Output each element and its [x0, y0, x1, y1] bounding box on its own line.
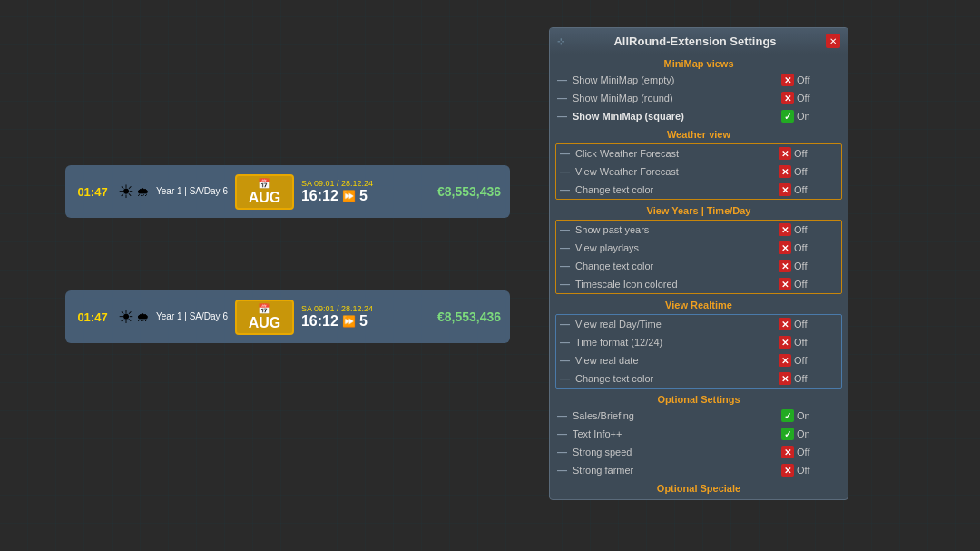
- toggle-view-weather[interactable]: ✕ Off: [779, 165, 838, 178]
- section-realtime-header: View Realtime: [550, 296, 848, 312]
- settings-panel: ⊹ AllRound-Extension Settings ✕ MiniMap …: [549, 27, 848, 500]
- panel-time-top: 01:47: [74, 185, 111, 199]
- sun-icon-bottom: ☀: [118, 306, 134, 328]
- toggle-realtime-text-color[interactable]: ✕ Off: [779, 372, 838, 385]
- realtime-section-box: — View real Day/Time ✕ Off — Time format…: [555, 314, 842, 389]
- toggle-icon-real-date: ✕: [779, 354, 791, 367]
- toggle-icon-text-info: ✓: [781, 428, 794, 440]
- toggle-view-real-daytime[interactable]: ✕ Off: [779, 318, 838, 330]
- panel-time-bottom: 01:47: [74, 310, 111, 324]
- row-view-weather[interactable]: — View Weather Forecast ✕ Off: [556, 162, 841, 181]
- move-icon: ⊹: [557, 36, 564, 46]
- row-years-text-color[interactable]: — Change text color ✕ Off: [556, 257, 841, 275]
- row-view-real-daytime[interactable]: — View real Day/Time ✕ Off: [556, 315, 841, 333]
- toggle-icon-strong-speed: ✕: [781, 446, 794, 458]
- toggle-icon-minimap-empty: ✕: [781, 74, 794, 86]
- toggle-click-weather[interactable]: ✕ Off: [779, 147, 838, 160]
- toggle-weather-text-color[interactable]: ✕ Off: [779, 183, 838, 196]
- section-speciale-header: Optional Speciale: [550, 479, 848, 499]
- game-panel-top: 01:47 ☀ 🌧 Year 1 | SA/Day 6 📅 AUG SA 09:…: [65, 165, 510, 218]
- toggle-text-info[interactable]: ✓ On: [781, 428, 840, 440]
- row-show-past-years[interactable]: — Show past years ✕ Off: [556, 221, 841, 239]
- row-minimap-round[interactable]: — Show MiniMap (round) ✕ Off: [550, 89, 848, 107]
- game-panel-bottom: 01:47 ☀ 🌧 Year 1 | SA/Day 6 📅 AUG SA 09:…: [65, 290, 510, 343]
- clock-block-top: SA 09:01 / 28.12.24 16:12 ⏩ 5: [301, 179, 378, 204]
- toggle-minimap-empty[interactable]: ✕ Off: [781, 74, 840, 86]
- cloud-icon-top: 🌧: [136, 184, 149, 199]
- row-click-weather[interactable]: — Click Weather Forecast ✕ Off: [556, 144, 841, 162]
- toggle-icon-real-daytime: ✕: [779, 318, 791, 330]
- money-top: €8,553,436: [437, 184, 501, 199]
- row-view-real-date[interactable]: — View real date ✕ Off: [556, 351, 841, 369]
- toggle-icon-timescale: ✕: [779, 278, 791, 290]
- section-years-header: View Years | Time/Day: [550, 202, 848, 218]
- settings-title: AllRound-Extension Settings: [564, 34, 826, 48]
- row-strong-speed[interactable]: — Strong speed ✕ Off: [550, 443, 848, 461]
- row-time-format[interactable]: — Time format (12/24) ✕ Off: [556, 333, 841, 351]
- toggle-minimap-square[interactable]: ✓ On: [781, 110, 840, 123]
- row-timescale-icon[interactable]: — Timescale Icon colored ✕ Off: [556, 275, 841, 293]
- toggle-show-past-years[interactable]: ✕ Off: [779, 223, 838, 236]
- cloud-icon-bottom: 🌧: [136, 310, 149, 324]
- row-minimap-empty[interactable]: — Show MiniMap (empty) ✕ Off: [550, 71, 848, 89]
- row-realtime-text-color[interactable]: — Change text color ✕ Off: [556, 369, 841, 388]
- row-text-info[interactable]: — Text Info++ ✓ On: [550, 425, 848, 443]
- section-optional-header: Optional Settings: [550, 390, 848, 407]
- toggle-icon-minimap-square: ✓: [781, 110, 794, 123]
- row-minimap-square[interactable]: — Show MiniMap (square) ✓ On: [550, 107, 848, 125]
- year-day-bottom: Year 1 | SA/Day 6: [156, 310, 228, 323]
- sun-icon-top: ☀: [118, 181, 134, 202]
- row-sales-briefing[interactable]: — Sales/Briefing ✓ On: [550, 407, 848, 425]
- speed-icon-bottom: ⏩: [342, 315, 356, 328]
- calendar-top: 📅 AUG: [235, 174, 294, 210]
- row-weather-text-color[interactable]: — Change text color ✕ Off: [556, 181, 841, 199]
- close-button[interactable]: ✕: [826, 34, 840, 48]
- toggle-minimap-round[interactable]: ✕ Off: [781, 92, 840, 104]
- toggle-view-real-date[interactable]: ✕ Off: [779, 354, 838, 367]
- toggle-timescale-icon[interactable]: ✕ Off: [779, 278, 838, 290]
- weather-section-box: — Click Weather Forecast ✕ Off — View We…: [555, 143, 842, 200]
- toggle-strong-speed[interactable]: ✕ Off: [781, 446, 840, 458]
- toggle-icon-view-playdays: ✕: [779, 241, 791, 254]
- toggle-icon-past-years: ✕: [779, 223, 791, 236]
- year-day-top: Year 1 | SA/Day 6: [156, 185, 228, 198]
- toggle-icon-view-weather: ✕: [779, 165, 791, 178]
- money-bottom: €8,553,436: [437, 310, 501, 324]
- section-minimap-header: MiniMap views: [550, 54, 848, 71]
- toggle-icon-time-format: ✕: [779, 336, 791, 349]
- row-strong-farmer[interactable]: — Strong farmer ✕ Off: [550, 461, 848, 479]
- clock-block-bottom: SA 09:01 / 28.12.24 16:12 ⏩ 5: [301, 304, 378, 330]
- toggle-strong-farmer[interactable]: ✕ Off: [781, 464, 840, 477]
- toggle-icon-sales-briefing: ✓: [781, 409, 794, 422]
- toggle-icon-years-text-color: ✕: [779, 260, 791, 272]
- toggle-icon-realtime-text-color: ✕: [779, 372, 791, 385]
- toggle-time-format[interactable]: ✕ Off: [779, 336, 838, 349]
- settings-title-bar: ⊹ AllRound-Extension Settings ✕: [550, 28, 848, 54]
- row-view-playdays[interactable]: — View playdays ✕ Off: [556, 239, 841, 257]
- toggle-icon-weather-text-color: ✕: [779, 183, 791, 196]
- years-section-box: — Show past years ✕ Off — View playdays …: [555, 220, 842, 294]
- toggle-icon-click-weather: ✕: [779, 147, 791, 160]
- toggle-years-text-color[interactable]: ✕ Off: [779, 260, 838, 272]
- toggle-sales-briefing[interactable]: ✓ On: [781, 409, 840, 422]
- speed-icon-top: ⏩: [342, 190, 356, 202]
- toggle-icon-minimap-round: ✕: [781, 92, 794, 104]
- calendar-bottom: 📅 AUG: [235, 300, 294, 335]
- section-weather-header: Weather view: [550, 125, 848, 142]
- toggle-view-playdays[interactable]: ✕ Off: [779, 241, 838, 254]
- toggle-icon-strong-farmer: ✕: [781, 464, 794, 477]
